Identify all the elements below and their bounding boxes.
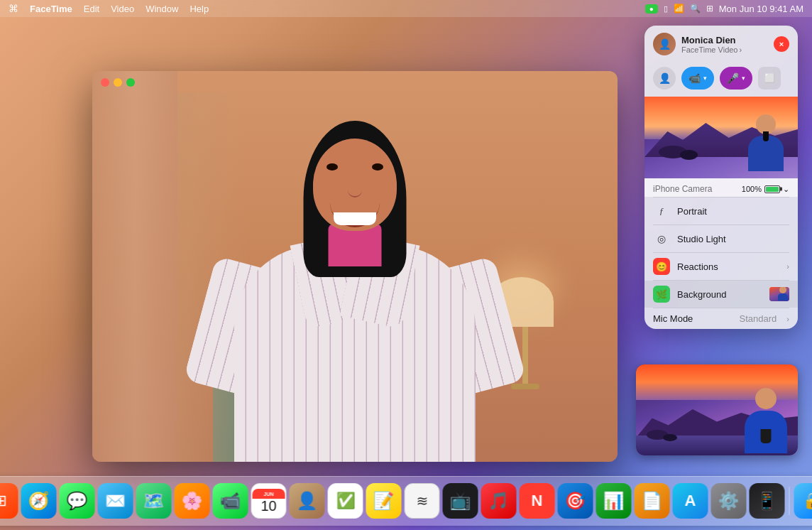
main-video-person bbox=[177, 92, 532, 462]
mic-button[interactable]: 🎤 ▾ bbox=[720, 67, 752, 90]
dock-item-pages[interactable]: 📄 bbox=[635, 483, 670, 519]
caller-video-preview bbox=[644, 97, 798, 178]
caller-avatar: 👤 bbox=[653, 33, 676, 55]
menu-item-reactions[interactable]: 😊 Reactions › bbox=[644, 253, 798, 280]
dock-item-tv[interactable]: 📺 bbox=[443, 483, 478, 519]
self-view-background bbox=[636, 364, 798, 455]
window-controls bbox=[101, 78, 135, 87]
menu-item-studio-light[interactable]: ◎ Studio Light bbox=[644, 225, 798, 252]
dock-divider bbox=[789, 487, 790, 515]
search-icon[interactable]: 🔍 bbox=[690, 4, 701, 13]
dock-item-freeform[interactable]: ≋ bbox=[405, 483, 440, 519]
portrait-icon: ƒ bbox=[653, 202, 670, 220]
dock-item-safari[interactable]: 🧭 bbox=[21, 483, 57, 519]
close-window-button[interactable] bbox=[101, 78, 109, 87]
menu-item-mic-mode[interactable]: Mic Mode Standard › bbox=[644, 308, 798, 329]
dock-item-numbers[interactable]: 📊 bbox=[596, 483, 632, 519]
studio-light-icon: ◎ bbox=[653, 230, 670, 247]
dock: 🔵 ⊞ 🧭 💬 ✉️ 🗺️ 🌸 📹 JUN 10 👤 ✅ 📝 ≋ 📺 🎵 bbox=[0, 476, 812, 526]
control-center-icon[interactable]: ⊞ bbox=[706, 4, 713, 13]
screen-share-button[interactable]: ⬜ bbox=[758, 67, 781, 90]
menu-help[interactable]: Help bbox=[190, 4, 209, 14]
dock-item-appstore[interactable]: A bbox=[673, 483, 708, 519]
recording-indicator: ● bbox=[645, 4, 658, 13]
control-panel: 👤 Monica Dien FaceTime Video › × 👤 📹 ▾ 🎤… bbox=[644, 26, 798, 329]
dock-item-system-settings[interactable]: ⚙️ bbox=[711, 483, 747, 519]
portrait-label: Portrait bbox=[677, 206, 789, 217]
dock-item-messages[interactable]: 💬 bbox=[60, 483, 95, 519]
close-call-button[interactable]: × bbox=[774, 36, 789, 52]
menubar: ⌘ FaceTime Edit Video Window Help ● ▯ 📶 … bbox=[0, 0, 812, 17]
mic-mode-value: Standard bbox=[740, 313, 777, 324]
reactions-arrow: › bbox=[786, 262, 789, 271]
battery-indicator: 100% ⌄ bbox=[742, 185, 789, 194]
menu-video[interactable]: Video bbox=[111, 4, 134, 14]
dock-item-news[interactable]: N bbox=[520, 483, 555, 519]
dock-item-maps[interactable]: 🗺️ bbox=[136, 483, 172, 519]
video-button[interactable]: 📹 ▾ bbox=[681, 67, 714, 90]
menu-item-portrait[interactable]: ƒ Portrait bbox=[644, 198, 798, 225]
battery-percent: 100% bbox=[742, 185, 762, 193]
wifi-icon: 📶 bbox=[674, 4, 684, 13]
reactions-label: Reactions bbox=[677, 261, 779, 272]
mic-mode-label: Mic Mode bbox=[653, 313, 733, 324]
dock-item-contacts[interactable]: 👤 bbox=[290, 483, 325, 519]
menu-time: Mon Jun 10 9:41 AM bbox=[719, 4, 803, 14]
fullscreen-window-button[interactable] bbox=[126, 78, 135, 87]
mic-mode-arrow: › bbox=[786, 315, 789, 323]
reactions-icon: 😊 bbox=[653, 258, 670, 275]
camera-section: iPhone Camera 100% ⌄ bbox=[644, 178, 798, 197]
app-name[interactable]: FaceTime bbox=[30, 4, 72, 14]
dock-item-music[interactable]: 🎵 bbox=[481, 483, 517, 519]
dock-item-keynote[interactable]: 🎯 bbox=[558, 483, 593, 519]
caller-subtitle: FaceTime Video › bbox=[681, 45, 768, 54]
background-icon: 🌿 bbox=[653, 286, 670, 303]
minimize-window-button[interactable] bbox=[114, 78, 122, 87]
preview-person bbox=[745, 114, 787, 171]
self-view bbox=[636, 364, 798, 455]
dock-item-calendar[interactable]: JUN 10 bbox=[251, 483, 287, 519]
self-view-torso bbox=[741, 411, 791, 453]
menubar-left: ⌘ FaceTime Edit Video Window Help bbox=[9, 3, 209, 14]
dock-item-facetime[interactable]: 📹 bbox=[213, 483, 248, 519]
dock-item-launchpad[interactable]: ⊞ bbox=[0, 483, 18, 519]
camera-label: iPhone Camera bbox=[653, 184, 712, 194]
dock-item-privacy[interactable]: 🔒 bbox=[794, 483, 813, 519]
menu-edit[interactable]: Edit bbox=[84, 4, 99, 14]
background-label: Background bbox=[677, 289, 762, 300]
control-buttons-row: 👤 📹 ▾ 🎤 ▾ ⬜ bbox=[644, 63, 798, 97]
background-thumbnail bbox=[769, 287, 789, 301]
dock-item-mail[interactable]: ✉️ bbox=[98, 483, 133, 519]
self-view-person bbox=[741, 388, 791, 452]
apple-menu[interactable]: ⌘ bbox=[9, 3, 18, 14]
dock-item-iphone-mirroring[interactable]: 📱 bbox=[750, 483, 785, 519]
self-view-rock2 bbox=[663, 434, 677, 441]
panel-header: 👤 Monica Dien FaceTime Video › × bbox=[644, 26, 798, 63]
dock-item-photos[interactable]: 🌸 bbox=[175, 483, 210, 519]
studio-light-label: Studio Light bbox=[677, 234, 789, 244]
menu-item-background[interactable]: 🌿 Background bbox=[644, 281, 798, 308]
menu-window[interactable]: Window bbox=[146, 4, 178, 14]
battery-chevron[interactable]: ⌄ bbox=[783, 185, 789, 194]
menubar-right: ● ▯ 📶 🔍 ⊞ Mon Jun 10 9:41 AM bbox=[645, 4, 803, 14]
caller-info: Monica Dien FaceTime Video › bbox=[681, 35, 768, 54]
dock-item-reminders[interactable]: ✅ bbox=[328, 483, 363, 519]
person-button[interactable]: 👤 bbox=[653, 67, 676, 90]
room-curtain bbox=[92, 71, 177, 462]
battery-status: ▯ bbox=[664, 4, 668, 13]
dock-item-notes[interactable]: 📝 bbox=[366, 483, 402, 519]
video-caret[interactable]: ▾ bbox=[703, 75, 707, 82]
self-view-head bbox=[755, 388, 777, 409]
caller-name: Monica Dien bbox=[681, 35, 768, 45]
battery-icon bbox=[764, 185, 780, 193]
mic-caret[interactable]: ▾ bbox=[742, 75, 745, 82]
facetime-window bbox=[92, 71, 618, 462]
battery-fill bbox=[766, 187, 779, 192]
camera-header: iPhone Camera 100% ⌄ bbox=[644, 178, 798, 197]
